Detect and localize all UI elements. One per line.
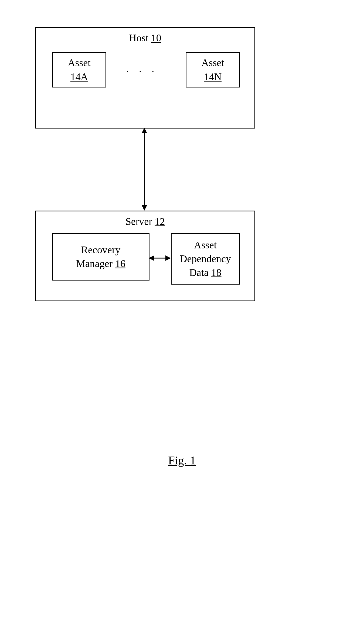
recovery-line2: Manager 16 <box>76 257 125 271</box>
recovery-manager-box: Recovery Manager 16 <box>52 233 149 281</box>
svg-marker-7 <box>165 255 171 261</box>
svg-marker-4 <box>142 205 147 211</box>
asset-n-box: Asset 14N <box>186 52 240 87</box>
host-ref: 10 <box>151 32 161 43</box>
server-title: Server 12 <box>36 215 254 227</box>
asset-n-label: Asset <box>201 56 224 70</box>
asset-dep-ref: 18 <box>211 267 222 278</box>
host-title-text: Host <box>129 32 151 43</box>
server-ref: 12 <box>155 216 165 227</box>
recovery-line2-prefix: Manager <box>76 258 115 269</box>
diagram-container: Host 10 Asset 14A . . . Asset 14N Server… <box>0 0 364 638</box>
svg-marker-6 <box>149 255 154 261</box>
recovery-line1: Recovery <box>81 243 121 257</box>
svg-marker-3 <box>142 128 147 133</box>
figure-caption: Fig. 1 <box>0 454 364 467</box>
arrow-vertical <box>140 128 148 211</box>
asset-dep-line1: Asset <box>194 238 217 252</box>
arrow-horizontal <box>149 254 171 262</box>
server-box: Server 12 Recovery Manager 16 Asset Depe… <box>35 211 255 301</box>
asset-dependency-box: Asset Dependency Data 18 <box>171 233 240 285</box>
host-box: Host 10 Asset 14A . . . Asset 14N <box>35 27 255 129</box>
host-title: Host 10 <box>36 32 254 44</box>
asset-dep-line3: Data 18 <box>189 266 221 279</box>
asset-dep-line2: Dependency <box>180 252 231 266</box>
asset-a-label: Asset <box>68 56 90 70</box>
asset-n-ref: 14N <box>204 70 222 84</box>
asset-a-ref: 14A <box>70 70 88 84</box>
asset-a-box: Asset 14A <box>52 52 106 87</box>
recovery-ref: 16 <box>115 258 125 269</box>
ellipsis: . . . <box>126 63 158 75</box>
server-title-text: Server <box>125 216 155 227</box>
asset-dep-line3-prefix: Data <box>189 267 211 278</box>
